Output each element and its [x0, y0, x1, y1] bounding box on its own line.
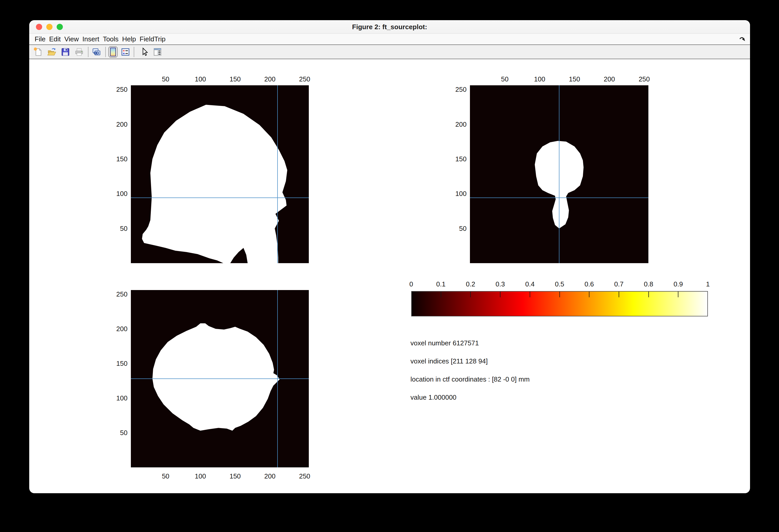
print-figure-icon[interactable] [74, 47, 84, 57]
colorbar-tick-label: 0.3 [495, 280, 505, 288]
y-tick-label: 100 [116, 394, 127, 402]
colorbar-tick-mark [678, 291, 678, 297]
plot-browser-icon[interactable] [153, 47, 162, 57]
crosshair-horizontal [131, 379, 309, 379]
y-tick-label: 100 [116, 190, 127, 198]
head-silhouette-sagittal [142, 105, 287, 263]
colorbar-tick-label: 0.6 [585, 280, 594, 288]
axial-slice-plot[interactable]: 50100150200250 50100150200250 [131, 290, 309, 467]
colorbar-tick-mark [559, 291, 560, 297]
y-tick-label: 200 [116, 120, 127, 128]
coronal-slice-plot[interactable]: 50100150200250 50100150200250 [470, 85, 648, 263]
colorbar-tick-label: 0.7 [614, 280, 623, 288]
x-tick-label: 50 [162, 75, 169, 83]
y-tick-label: 200 [116, 325, 127, 333]
x-tick-label: 250 [299, 75, 310, 83]
x-tick-label: 200 [264, 75, 276, 83]
colorbar-tick-label: 0.9 [673, 280, 683, 288]
y-tick-label: 250 [116, 290, 127, 298]
colorbar-tick-mark [648, 291, 649, 297]
colorbar-tick-mark [470, 291, 471, 297]
insert-colorbar-button[interactable] [108, 46, 118, 58]
y-tick-label: 50 [459, 224, 467, 232]
info-line: location in ctf coordinates : [82 -0 0] … [410, 370, 669, 388]
colorbar-tick-label: 0 [409, 280, 413, 288]
x-tick-label: 150 [229, 75, 241, 83]
insert-legend-icon[interactable] [121, 47, 130, 57]
colorbar-tick-mark [619, 291, 619, 297]
colorbar-tick-label: 0.5 [555, 280, 564, 288]
link-plot-icon[interactable] [92, 47, 101, 57]
window-title: Figure 2: ft_sourceplot: [29, 20, 750, 34]
menu-items: FileEditViewInsertToolsHelpFieldTrip [35, 34, 169, 45]
desktop-background: Figure 2: ft_sourceplot: FileEditViewIns… [0, 0, 779, 532]
toolbar-separator [134, 47, 134, 57]
dock-figure-icon[interactable] [739, 36, 746, 43]
y-tick-label: 200 [456, 120, 467, 128]
colorbar-tick-mark [530, 291, 530, 297]
figure-window: Figure 2: ft_sourceplot: FileEditViewIns… [29, 20, 750, 493]
y-axis-ticks: 50100150200250 [102, 290, 127, 467]
x-tick-label: 200 [604, 75, 615, 83]
colorbar-labels: 00.10.20.30.40.50.60.70.80.91 [411, 280, 708, 288]
crosshair-vertical [277, 85, 278, 263]
toolbar [29, 45, 750, 59]
crosshair-vertical [559, 85, 559, 263]
x-tick-label: 250 [299, 472, 310, 480]
edit-plot-cursor-icon[interactable] [140, 47, 149, 57]
sagittal-slice-plot[interactable]: 50100150200250 50100150200250 [131, 85, 309, 263]
menu-item-tools[interactable]: Tools [103, 35, 119, 43]
y-tick-label: 50 [120, 429, 127, 437]
menu-item-file[interactable]: File [35, 35, 46, 43]
x-tick-label: 50 [162, 472, 169, 480]
crosshair-horizontal [131, 198, 309, 198]
x-tick-label: 250 [639, 75, 650, 83]
colorbar-tick-label: 1 [706, 280, 710, 288]
menu-item-fieldtrip[interactable]: FieldTrip [140, 35, 166, 43]
y-tick-label: 150 [456, 155, 467, 163]
y-tick-label: 250 [456, 85, 467, 93]
new-figure-icon[interactable] [34, 47, 43, 57]
voxel-info-block: voxel number 6127571voxel indices [211 1… [410, 334, 669, 406]
save-figure-icon[interactable] [61, 47, 70, 57]
menu-bar: FileEditViewInsertToolsHelpFieldTrip [29, 34, 750, 45]
info-line: voxel number 6127571 [410, 334, 669, 352]
colorbar-tick-label: 0.8 [644, 280, 653, 288]
colorbar-tick-mark [500, 291, 500, 297]
y-tick-label: 250 [116, 85, 127, 93]
y-axis-ticks: 50100150200250 [441, 85, 467, 263]
title-bar[interactable]: Figure 2: ft_sourceplot: [29, 20, 750, 34]
x-tick-label: 100 [195, 75, 206, 83]
colorbar-tick-mark [589, 291, 589, 297]
colorbar-tick-label: 0.4 [525, 280, 535, 288]
colorbar-tick-label: 0.1 [436, 280, 445, 288]
y-axis-ticks: 50100150200250 [102, 85, 127, 263]
x-axis-ticks: 50100150200250 [131, 472, 309, 480]
y-tick-label: 50 [120, 224, 127, 232]
x-tick-label: 150 [229, 472, 241, 480]
x-tick-label: 150 [569, 75, 580, 83]
colorbar-tick-mark [441, 291, 441, 297]
open-file-icon[interactable] [47, 47, 56, 57]
menu-item-insert[interactable]: Insert [82, 35, 99, 43]
x-axis-ticks: 50100150200250 [131, 75, 309, 83]
x-axis-ticks: 50100150200250 [470, 75, 648, 83]
x-tick-label: 100 [195, 472, 206, 480]
info-line: value 1.000000 [410, 388, 669, 406]
toolbar-separator [88, 47, 88, 57]
x-tick-label: 200 [264, 472, 276, 480]
crosshair-horizontal [470, 198, 648, 198]
x-tick-label: 50 [501, 75, 508, 83]
y-tick-label: 150 [116, 359, 127, 368]
info-line: voxel indices [211 128 94] [410, 352, 669, 370]
colorbar-icon [110, 48, 116, 56]
colorbar: 00.10.20.30.40.50.60.70.80.91 [411, 291, 708, 316]
menu-item-view[interactable]: View [64, 35, 79, 43]
x-tick-label: 100 [534, 75, 545, 83]
menu-item-edit[interactable]: Edit [49, 35, 61, 43]
menu-item-help[interactable]: Help [122, 35, 136, 43]
head-silhouette-axial [152, 323, 280, 431]
colorbar-tick-label: 0.2 [466, 280, 475, 288]
y-tick-label: 150 [116, 155, 127, 163]
toolbar-separator [105, 47, 106, 57]
